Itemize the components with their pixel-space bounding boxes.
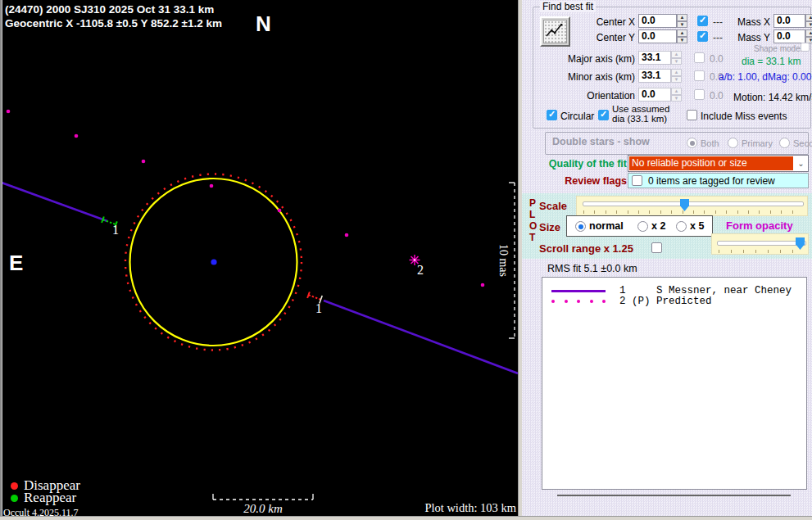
major-axis-spinner[interactable]: ▲▼ (671, 51, 682, 65)
include-miss-label: Include Miss events (701, 111, 787, 122)
double-stars-secondary-radio[interactable] (779, 138, 790, 148)
mass-x-input[interactable]: 0.0 (773, 14, 805, 28)
center-y-spinner[interactable]: ▲▼ (677, 29, 687, 43)
plot-subtitle: Geocentric X -1105.8 ±0.5 Y 852.2 ±1.2 k… (5, 17, 222, 29)
orientation-checkbox[interactable] (694, 89, 705, 100)
chord1-line-sample (551, 290, 606, 292)
center-x-dash: --- (713, 16, 723, 28)
plot-letter-t: T (529, 232, 535, 243)
double-stars-group: Double stars - show Both Primary Seconda… (545, 132, 809, 155)
chord-list-row-2[interactable]: 2 (P) Predicted (542, 296, 806, 307)
orientation-input[interactable]: 0.0 (638, 88, 671, 102)
chord1-right-segment[interactable] (324, 301, 518, 373)
use-assumed-checkbox[interactable] (598, 110, 609, 120)
major-axis-input[interactable]: 33.1 (638, 51, 671, 65)
center-x-spinner[interactable]: ▲▼ (677, 14, 687, 28)
chord1-name: S Messner, near Cheney (656, 285, 792, 296)
form-opacity-slider[interactable] (711, 233, 809, 255)
panel-bottom-divider (557, 495, 791, 496)
minor-axis-input[interactable]: 33.1 (638, 69, 671, 83)
mass-x-spinner[interactable]: ▲▼ (805, 14, 812, 28)
occult-window: (24470) 2000 SJ310 2025 Oct 31 33.1 km G… (0, 0, 812, 520)
scale-slider-track[interactable] (583, 201, 804, 206)
double-stars-both-radio[interactable] (687, 138, 697, 148)
size-x5-radio[interactable] (676, 221, 687, 232)
use-assumed-label-line2: dia (33.1 km) (612, 114, 667, 124)
center-y-input[interactable]: 0.0 (638, 29, 677, 43)
mass-y-spinner[interactable]: ▲▼ (805, 29, 812, 43)
motion-text: Motion: 14.42 km/s (733, 92, 812, 103)
center-y-label: Center Y (555, 32, 635, 43)
double-stars-primary-radio[interactable] (728, 138, 738, 148)
size-radio-group: normal x 2 x 5 (566, 215, 713, 237)
occultation-plot[interactable]: (24470) 2000 SJ310 2025 Oct 31 33.1 km G… (2, 0, 518, 516)
horizontal-scale-label: 20.0 km (213, 502, 313, 516)
size-normal-label: normal (589, 220, 624, 232)
scroll-range-checkbox[interactable] (651, 242, 662, 253)
minor-axis-spinner[interactable]: ▲▼ (671, 69, 682, 83)
scale-slider-thumb[interactable] (680, 199, 689, 211)
chord2-number: 2 (P) (619, 296, 651, 307)
disappear-legend-dot (11, 482, 18, 490)
plot-width-text: Plot width: 103 km (401, 501, 516, 515)
form-opacity-track[interactable] (717, 241, 806, 246)
reappear-legend-dot (11, 495, 18, 502)
center-x-label: Center X (555, 16, 635, 28)
chord2-name: Predicted (656, 296, 712, 307)
quality-value: No reliable position or size (629, 156, 793, 170)
major-axis-sigma: 0.0 (710, 53, 724, 65)
form-opacity-label: Form opacity (726, 219, 793, 232)
form-opacity-thumb[interactable] (796, 237, 805, 250)
center-dot (211, 259, 216, 265)
review-flags-checkbox[interactable] (632, 175, 642, 186)
mass-y-input[interactable]: 0.0 (773, 29, 805, 43)
center-y-dash: --- (713, 32, 723, 43)
plot-title: (24470) 2000 SJ310 2025 Oct 31 33.1 km (5, 3, 214, 16)
center-x-input[interactable]: 0.0 (638, 14, 677, 28)
predicted-star-number: 2 (417, 263, 424, 278)
size-label: Size (539, 221, 560, 233)
minor-axis-checkbox[interactable] (694, 70, 705, 81)
review-flags-box: 0 items are tagged for review (628, 173, 809, 188)
find-best-fit-title: Find best fit (540, 1, 596, 12)
ab-dmag-text: a/b: 1.00, dMag: 0.00 (719, 71, 811, 83)
plot-letter-o: O (529, 220, 537, 232)
scale-label: Scale (539, 200, 567, 212)
east-label: E (9, 251, 23, 276)
shape-model-checkbox[interactable] (801, 43, 810, 52)
chord1-left-number: 1 (112, 223, 119, 237)
double-stars-primary-label: Primary (742, 138, 773, 148)
chord-list-row-1[interactable]: 1 S Messner, near Cheney (542, 285, 806, 296)
review-flags-label: Review flags (526, 175, 627, 187)
plot-letter-l: L (529, 209, 535, 220)
circular-checkbox[interactable] (547, 110, 557, 120)
size-x2-radio[interactable] (637, 221, 648, 232)
size-x5-label: x 5 (690, 220, 704, 232)
orientation-spinner[interactable]: ▲▼ (671, 88, 682, 102)
quality-label: Quality of the fit (526, 158, 627, 170)
center-y-checkbox[interactable] (697, 31, 708, 42)
center-x-checkbox[interactable] (697, 16, 708, 26)
size-normal-radio[interactable] (575, 221, 586, 232)
mass-x-label: Mass X (727, 16, 770, 28)
chord1-right-number: 1 (315, 301, 322, 316)
major-axis-checkbox[interactable] (694, 52, 705, 63)
dropdown-arrow-icon[interactable]: ⌄ (794, 156, 808, 171)
chord-listbox[interactable]: 1 S Messner, near Cheney 2 (P) Predicted (542, 277, 807, 490)
vertical-scale-label: 10 mas (497, 236, 510, 285)
plot-letter-p: P (529, 197, 536, 209)
plot-canvas[interactable] (2, 0, 518, 516)
scroll-range-label: Scroll range x 1.25 (539, 242, 633, 255)
scale-slider[interactable] (576, 196, 808, 216)
use-assumed-label-line1: Use assumed (612, 104, 669, 114)
quality-dropdown[interactable]: No reliable position or size ⌄ (628, 155, 809, 172)
rms-fit-text: RMS fit 5.1 ±0.0 km (547, 263, 637, 274)
horizontal-scale-bar (213, 494, 313, 500)
major-axis-label: Major axis (km) (555, 53, 635, 65)
include-miss-checkbox[interactable] (687, 110, 697, 120)
orientation-sigma: 0.0 (710, 90, 724, 102)
chord1-left-segment[interactable] (2, 183, 107, 221)
minor-axis-label: Minor axis (km) (555, 71, 635, 83)
shape-model-label: Shape model (754, 44, 802, 53)
scale-slider-ticks (583, 210, 803, 214)
